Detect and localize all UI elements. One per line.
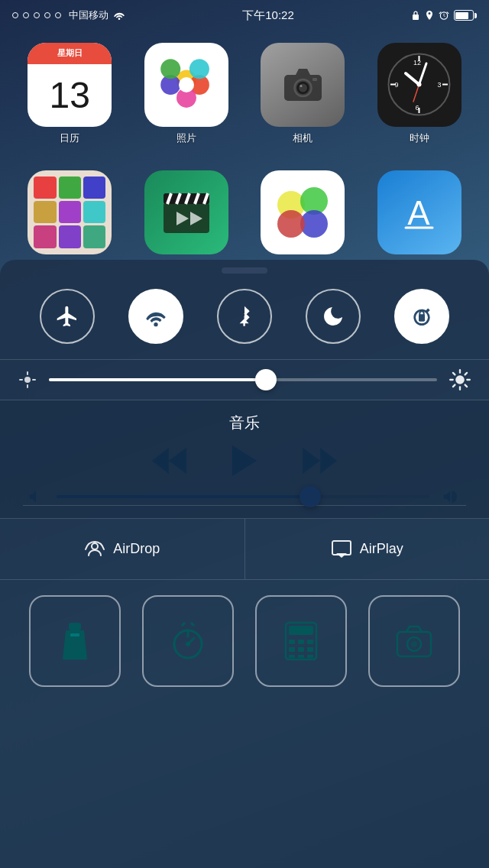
app-item-camera[interactable]: 相机 [248,38,358,149]
svg-text:3: 3 [438,81,442,89]
rotation-toggle[interactable] [394,289,449,344]
music-app-title: 音乐 [229,413,260,433]
clock-face-svg: 12 3 6 9 [387,52,452,117]
airplay-button[interactable]: AirPlay [245,519,490,579]
clock-app-icon: 12 3 6 9 [377,43,461,127]
svg-rect-75 [298,647,304,652]
app-item-appstore[interactable]: A [365,157,474,267]
calendar-date: 13 [28,64,112,127]
airdrop-button[interactable]: AirDrop [0,519,245,579]
svg-point-58 [92,543,98,549]
bluetooth-icon [232,304,257,329]
airplay-icon [331,539,352,559]
music-controls [152,445,337,476]
clock-label: 时钟 [410,131,429,145]
clapperboard-svg [160,187,213,237]
airplane-toggle[interactable] [40,289,95,344]
location-icon [425,10,434,21]
airdrop-airplay-section: AirDrop AirPlay [0,519,489,580]
appstore-icon: A [377,170,461,254]
app-item-videos[interactable] [132,157,241,267]
flashlight-button[interactable] [29,595,121,687]
music-play-button[interactable] [232,445,257,476]
calendar-day: 星期日 [28,43,112,64]
timer-icon [168,621,208,661]
play-icon [232,445,257,476]
camera-quick-button[interactable] [368,595,460,687]
photos-icon [144,43,228,127]
svg-text:6: 6 [416,104,419,112]
volume-slider[interactable] [57,495,429,498]
wifi-status-icon [113,11,125,20]
svg-line-50 [465,385,467,387]
prev-icon [152,446,186,475]
calendar-icon: 星期日 13 [28,43,112,127]
calendar-label: 日历 [60,131,79,145]
svg-point-39 [24,377,31,383]
status-right [411,10,477,21]
signal-dot-3 [34,12,40,18]
app-item-calendar[interactable]: 星期日 13 日历 [15,38,125,149]
volume-section [23,488,466,506]
timer-button[interactable] [142,595,234,687]
svg-line-51 [453,385,455,387]
rotation-lock-icon [410,304,434,329]
music-section: 音乐 [0,400,489,519]
calculator-button[interactable] [255,595,347,687]
camera-label: 相机 [293,131,313,145]
app-item-photos[interactable]: 照片 [132,38,241,149]
next-icon [303,446,337,475]
svg-rect-72 [298,640,304,644]
volume-min-icon [28,488,44,505]
lock-icon [411,10,420,21]
brightness-slider[interactable] [49,378,437,381]
app-item-grid[interactable] [15,157,125,267]
brightness-max-icon [449,369,471,390]
control-center: 音乐 [0,260,489,868]
photos-label: 照片 [176,131,196,145]
svg-point-20 [417,83,422,87]
appstore-svg: A [398,191,440,233]
app-item-marble[interactable] [248,157,358,267]
pull-handle[interactable] [222,267,267,274]
donotdisturb-toggle[interactable] [306,289,361,344]
svg-marker-54 [152,448,169,474]
status-bar: 中国移动 下午10:22 [0,0,489,31]
svg-line-49 [453,373,455,374]
camera-quick-icon [394,621,434,661]
svg-rect-61 [69,623,81,630]
calculator-icon [281,621,321,661]
bluetooth-toggle[interactable] [217,289,272,344]
marble-svg [272,182,333,243]
svg-rect-78 [298,655,304,658]
svg-text:A: A [408,194,431,232]
app-grid: 星期日 13 日历 照片 [0,31,489,275]
brightness-section [0,360,489,400]
status-time: 下午10:22 [242,8,294,23]
carrier-label: 中国移动 [69,8,108,22]
app-item-clock[interactable]: 12 3 6 9 时钟 [365,38,474,149]
signal-dot-4 [44,12,50,18]
svg-rect-7 [313,78,317,81]
music-next-button[interactable] [303,446,337,475]
svg-line-52 [465,373,467,374]
camera-app-icon [261,43,345,127]
airdrop-icon [84,539,105,560]
battery-icon [454,10,477,21]
svg-point-68 [186,642,190,646]
svg-marker-56 [303,448,320,474]
marble-icon [261,170,345,254]
svg-rect-38 [419,311,423,316]
svg-point-82 [411,641,417,647]
svg-line-66 [182,623,185,626]
airplay-label: AirPlay [360,541,403,557]
svg-rect-62 [70,633,79,636]
svg-marker-55 [232,445,257,476]
wifi-toggle[interactable] [128,289,183,344]
music-prev-button[interactable] [152,446,186,475]
svg-rect-71 [289,640,295,644]
svg-rect-74 [289,647,295,652]
alarm-icon [439,10,449,21]
flashlight-icon [55,621,95,661]
svg-marker-53 [169,448,186,474]
